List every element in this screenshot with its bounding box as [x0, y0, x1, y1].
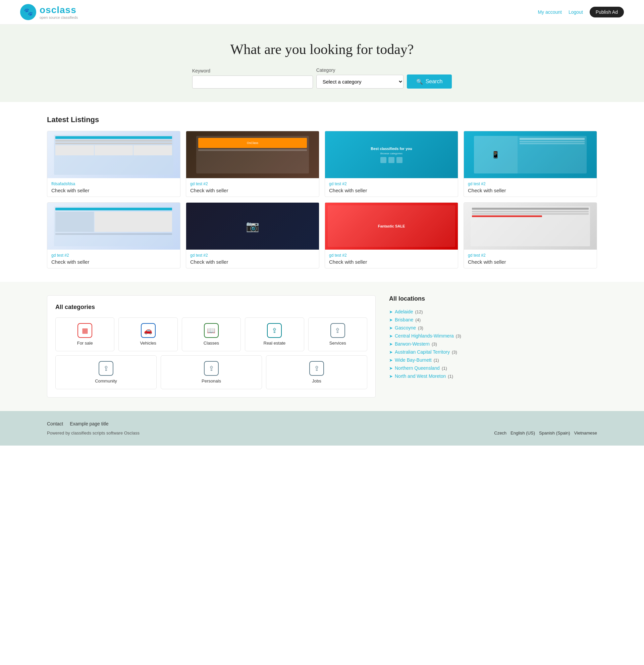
category-icon: 📖	[204, 323, 219, 338]
logo[interactable]: 🐾 osclass open source classifieds	[20, 4, 78, 20]
location-count: (3)	[418, 325, 423, 330]
location-item[interactable]: ➤ Central Highlands-Wimmera (3)	[389, 332, 597, 340]
location-icon: ➤	[389, 325, 393, 330]
categories-title: All categories	[55, 304, 367, 311]
location-item[interactable]: ➤ Barwon-Western (3)	[389, 340, 597, 348]
listings-title: Latest Listings	[47, 115, 597, 124]
location-count: (3)	[452, 349, 457, 355]
listing-card[interactable]: ffdsafadsfdsa Check with seller	[47, 131, 180, 197]
category-item[interactable]: ▦ For sale	[55, 317, 114, 351]
listing-category: gd test #2	[468, 182, 593, 186]
listings-section: Latest Listings ffdsafadsfdsa Check with…	[0, 102, 644, 282]
listing-card[interactable]: Best classifieds for you Browse categori…	[325, 131, 458, 197]
location-item[interactable]: ➤ Northern Queensland (1)	[389, 364, 597, 372]
category-group: Category Select a category For sale Vehi…	[316, 68, 404, 89]
search-label: Search	[426, 78, 443, 84]
location-name: Brisbane	[395, 317, 413, 322]
listing-card[interactable]: gd test #2 Check with seller	[47, 202, 180, 268]
header-nav: My account Logout Publish Ad	[538, 7, 624, 17]
location-icon: ➤	[389, 374, 393, 379]
listing-category: gd test #2	[329, 253, 454, 258]
logout-link[interactable]: Logout	[568, 10, 583, 15]
category-icon: ⇪	[309, 361, 324, 376]
listing-title: Check with seller	[329, 188, 454, 193]
category-item[interactable]: ⇪ Jobs	[266, 355, 367, 389]
category-select[interactable]: Select a category For sale Vehicles Clas…	[316, 75, 404, 89]
location-count: (3)	[432, 342, 437, 347]
listing-category: gd test #2	[190, 253, 315, 258]
category-item[interactable]: 📖 Classes	[182, 317, 241, 351]
location-name: Wide Bay-Burnett	[395, 357, 432, 363]
location-icon: ➤	[389, 317, 393, 322]
location-item[interactable]: ➤ Australian Capital Territory (3)	[389, 348, 597, 356]
category-icon: ▦	[77, 323, 92, 338]
footer-languages: CzechEnglish (US)Spanish (Spain)Vietname…	[494, 431, 597, 436]
keyword-input[interactable]	[192, 76, 313, 89]
logo-icon: 🐾	[20, 4, 36, 20]
location-icon: ➤	[389, 358, 393, 363]
footer-language-link[interactable]: English (US)	[510, 431, 535, 436]
hero-section: What are you looking for today? Keyword …	[0, 24, 644, 102]
location-count: (3)	[456, 334, 461, 339]
listing-card[interactable]: Fantastic SALE gd test #2 Check with sel…	[325, 202, 458, 268]
locations-title: All locations	[389, 295, 597, 302]
footer-links: ContactExample page title	[47, 421, 597, 426]
footer-link[interactable]: Example page title	[70, 421, 108, 426]
location-name: Barwon-Western	[395, 341, 430, 347]
search-bar: Keyword Category Select a category For s…	[171, 68, 473, 89]
location-item[interactable]: ➤ Gascoyne (3)	[389, 324, 597, 332]
footer-bottom: Powered by classifieds scripts software …	[47, 431, 597, 436]
location-name: Northern Queensland	[395, 365, 440, 371]
search-button[interactable]: 🔍 Search	[407, 75, 452, 89]
category-icon: ⇪	[99, 361, 113, 376]
category-item[interactable]: ⇪ Personals	[161, 355, 262, 389]
category-label: Services	[329, 341, 346, 346]
footer-language-link[interactable]: Spanish (Spain)	[539, 431, 570, 436]
category-item[interactable]: ⇪ Community	[55, 355, 157, 389]
location-icon: ➤	[389, 342, 393, 347]
location-name: Adelaide	[395, 309, 413, 315]
category-icon: ⇪	[330, 323, 345, 338]
logo-name: osclass	[40, 5, 78, 15]
logo-text: osclass open source classifieds	[40, 5, 78, 19]
footer-language-link[interactable]: Vietnamese	[574, 431, 597, 436]
my-account-link[interactable]: My account	[538, 10, 562, 15]
listing-title: Check with seller	[468, 188, 593, 193]
location-item[interactable]: ➤ Wide Bay-Burnett (1)	[389, 356, 597, 364]
listing-card[interactable]: 📱 gd test #2 Check with seller	[464, 131, 597, 197]
listing-category: gd test #2	[468, 253, 593, 258]
location-name: Central Highlands-Wimmera	[395, 333, 454, 339]
listings-grid: ffdsafadsfdsa Check with seller OsClass …	[47, 131, 597, 268]
listing-category: gd test #2	[190, 182, 315, 186]
category-item[interactable]: ⇪ Services	[308, 317, 367, 351]
search-icon: 🔍	[416, 78, 423, 85]
location-item[interactable]: ➤ North and West Moreton (1)	[389, 372, 597, 380]
category-item[interactable]: ⇪ Real estate	[245, 317, 304, 351]
category-label: Real estate	[264, 341, 286, 346]
locations-box: All locations ➤ Adelaide (12) ➤ Brisbane…	[389, 295, 597, 398]
header: 🐾 osclass open source classifieds My acc…	[0, 0, 644, 24]
category-icon: ⇪	[267, 323, 282, 338]
keyword-label: Keyword	[192, 68, 313, 74]
location-count: (12)	[415, 309, 423, 315]
footer-language-link[interactable]: Czech	[494, 431, 506, 436]
location-item[interactable]: ➤ Adelaide (12)	[389, 308, 597, 316]
listing-card[interactable]: gd test #2 Check with seller	[464, 202, 597, 268]
keyword-group: Keyword	[192, 68, 313, 89]
footer-link[interactable]: Contact	[47, 421, 63, 426]
category-item[interactable]: 🚗 Vehicles	[118, 317, 177, 351]
location-count: (1)	[448, 374, 453, 379]
location-name: Gascoyne	[395, 325, 416, 330]
category-label: Personals	[201, 378, 221, 383]
location-icon: ➤	[389, 309, 393, 315]
categories-box: All categories ▦ For sale 🚗 Vehicles 📖 C…	[47, 295, 376, 398]
location-count: (4)	[415, 317, 421, 322]
location-count: (1)	[442, 366, 447, 371]
publish-ad-button[interactable]: Publish Ad	[590, 7, 624, 17]
location-name: Australian Capital Territory	[395, 349, 450, 355]
listing-card[interactable]: 📷 gd test #2 Check with seller	[186, 202, 319, 268]
location-item[interactable]: ➤ Brisbane (4)	[389, 316, 597, 324]
listing-card[interactable]: OsClass gd test #2 Check with seller	[186, 131, 319, 197]
location-icon: ➤	[389, 366, 393, 371]
listing-category: gd test #2	[329, 182, 454, 186]
